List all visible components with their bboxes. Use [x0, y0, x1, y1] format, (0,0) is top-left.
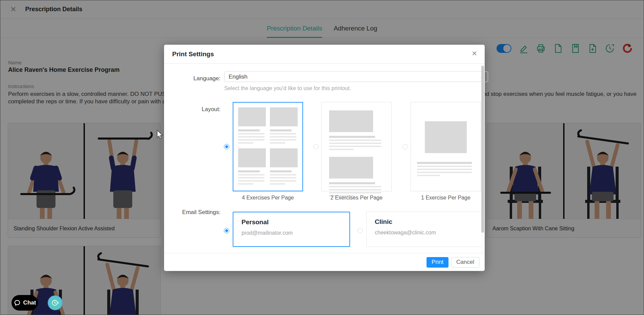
layout-option-2-per-page[interactable]: 2 Exercises Per Page — [321, 102, 392, 201]
email-option-personal[interactable]: Personal prod@mailinator.com — [233, 212, 350, 247]
modal-footer: Print Cancel — [164, 253, 485, 271]
chat-bubble-icon — [14, 299, 21, 307]
layout-caption-1: 1 Exercise Per Page — [411, 195, 481, 201]
layout-thumbnail-4 — [233, 102, 303, 191]
email-option-address: prod@mailinator.com — [242, 230, 341, 236]
language-help-text: Select the language you'd like to use fo… — [224, 85, 351, 91]
email-radio-personal[interactable] — [224, 228, 229, 233]
modal-body: Language: English ⌄ Select the language … — [179, 64, 471, 253]
layout-caption-4: 4 Exercises Per Page — [233, 195, 303, 201]
language-selected-value: English — [229, 74, 248, 80]
language-select[interactable]: English ⌄ — [224, 71, 488, 82]
modal-scrollbar[interactable] — [481, 65, 484, 255]
modal-close-icon[interactable]: ✕ — [472, 50, 477, 57]
chat-label: Chat — [23, 299, 36, 306]
print-settings-modal: Print Settings ✕ Language: English ⌄ Sel… — [164, 45, 485, 271]
layout-caption-2: 2 Exercises Per Page — [321, 195, 392, 201]
layout-radio-4-per-page[interactable] — [224, 144, 229, 149]
email-option-clinic[interactable]: Clinic cheektowaga@clinic.com — [366, 212, 483, 247]
modal-header: Print Settings ✕ — [164, 45, 485, 64]
email-option-title: Personal — [242, 218, 341, 226]
print-button[interactable]: Print — [427, 257, 448, 268]
email-option-address: cheektowaga@clinic.com — [375, 230, 475, 236]
layout-radio-2-per-page[interactable] — [313, 144, 319, 149]
layout-thumbnail-1 — [411, 102, 481, 191]
clock-icon — [51, 299, 59, 307]
layout-option-4-per-page[interactable]: 4 Exercises Per Page — [233, 102, 303, 201]
scrollbar-thumb[interactable] — [481, 66, 484, 233]
layout-label: Layout: — [179, 106, 221, 113]
layout-option-1-per-page[interactable]: 1 Exercise Per Page — [411, 102, 481, 201]
layout-thumbnail-2 — [321, 102, 392, 191]
email-option-title: Clinic — [375, 218, 475, 226]
language-label: Language: — [179, 73, 221, 84]
chat-button[interactable]: Chat — [12, 295, 38, 311]
layout-radio-1-per-page[interactable] — [402, 144, 408, 149]
email-radio-clinic[interactable] — [358, 228, 363, 233]
modal-title: Print Settings — [172, 50, 214, 58]
history-fab-button[interactable] — [48, 295, 63, 310]
cancel-button[interactable]: Cancel — [451, 257, 479, 268]
email-settings-label: Email Settings: — [179, 209, 221, 216]
